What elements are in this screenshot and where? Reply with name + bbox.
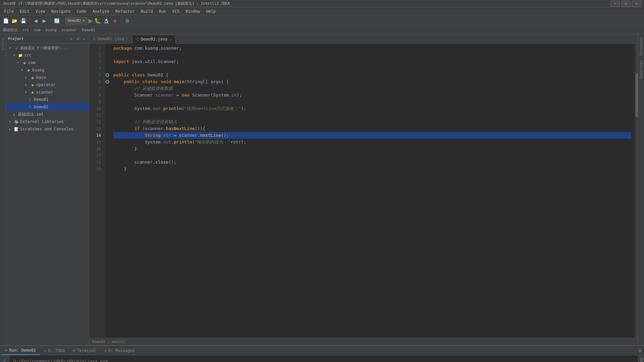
code-text xyxy=(158,78,161,85)
code-content[interactable]: package com.kuang.scanner; import java.u… xyxy=(111,44,634,338)
settings-button[interactable]: ⚙ xyxy=(123,17,131,24)
menu-navigate[interactable]: Navigate xyxy=(49,8,73,14)
code-text: = xyxy=(174,92,181,99)
tree-item-scanner[interactable]: ▼ ◉ scanner xyxy=(6,88,89,96)
bottom-tab-run[interactable]: ▶ Run: Demo02 xyxy=(1,346,40,355)
stop-button[interactable]: ■ xyxy=(111,17,118,24)
bottom-tab-messages[interactable]: ✉ 0: Messages xyxy=(100,346,139,355)
bottom-panel-tabs: ▶ Run: Demo02 ☑ 0: TODO ⊞ Terminal ✉ 0: … xyxy=(0,346,644,355)
menu-view[interactable]: View xyxy=(33,8,48,14)
operator-icon: ◉ xyxy=(30,82,35,87)
breadcrumb-src[interactable]: src xyxy=(22,28,29,32)
menu-file[interactable]: File xyxy=(1,8,16,14)
sidebar-gear-icon[interactable]: ⚙ xyxy=(69,36,74,42)
menu-code[interactable]: Code xyxy=(74,8,89,14)
maximize-button[interactable]: □ xyxy=(621,1,631,7)
menu-analyze[interactable]: Analyze xyxy=(90,8,112,14)
breadcrumb-demo02[interactable]: Demo02 xyxy=(82,28,95,32)
menu-edit[interactable]: Edit xyxy=(17,8,32,14)
code-text xyxy=(171,78,174,85)
ln-8: 8 xyxy=(91,92,104,99)
tree-item-demo01[interactable]: C Demo01 xyxy=(6,96,89,103)
tree-item-demo02[interactable]: C Demo02 xyxy=(6,103,89,111)
back-button[interactable]: ◀ xyxy=(32,17,39,24)
ln-19: 19 xyxy=(91,166,104,172)
tab-demo02-close[interactable]: ✕ xyxy=(169,38,171,41)
code-text: ( xyxy=(192,139,195,145)
bottom-tab-terminal[interactable]: ⊞ Terminal xyxy=(69,346,100,355)
code-text: (String[] args) { xyxy=(184,78,229,85)
run-side-event-log[interactable]: Event Log xyxy=(639,355,644,362)
menu-window[interactable]: Window xyxy=(183,8,203,14)
tree-item-operator[interactable]: ▶ ◉ operator xyxy=(6,81,89,88)
window-controls: ─ □ ✕ xyxy=(610,1,641,7)
tree-item-iml[interactable]: ✦ 基础语法.iml xyxy=(6,111,89,118)
tab-demo01[interactable]: C Demo01.java ✕ xyxy=(89,35,132,43)
debug-button[interactable]: 🐛 xyxy=(94,17,101,24)
tab-demo02[interactable]: C Demo02.java ✕ xyxy=(132,35,176,44)
terminal-tab-icon: ⊞ xyxy=(73,348,75,353)
breadcrumb-jichu[interactable]: 基础语法 xyxy=(3,27,17,33)
right-tab-structure[interactable]: Structure xyxy=(639,36,644,58)
code-line-13: if (scanner.hasNextLine()){ xyxy=(113,125,631,132)
tree-item-kuang[interactable]: ▼ ◉ kuang xyxy=(6,66,89,74)
code-text: . xyxy=(171,139,174,145)
code-indent-6 xyxy=(113,78,124,85)
save-all-button[interactable]: 💾 xyxy=(19,17,27,24)
run-with-coverage-button[interactable]: 🔬 xyxy=(102,17,110,24)
minimize-button[interactable]: ─ xyxy=(610,1,620,7)
forward-button[interactable]: ▶ xyxy=(41,17,48,24)
menu-vcs[interactable]: VCS xyxy=(170,8,182,14)
open-button[interactable]: 📂 xyxy=(11,17,18,24)
code-line-15: System.out.println("输出的内容为："+str); xyxy=(113,139,631,145)
tree-label-kuang: kuang xyxy=(32,68,44,72)
toolbar-separator-2 xyxy=(50,18,51,24)
menu-refactor[interactable]: Refactor xyxy=(113,8,138,14)
code-editor[interactable]: 1 2 3 4 5 6 7 8 9 10 11 12 13 14 15 16 1… xyxy=(89,44,638,338)
left-stripe: Project xyxy=(0,34,6,345)
close-button[interactable]: ✕ xyxy=(632,1,641,7)
run-output: D:\Environment\jdk8\jdk\bin\java.exe ...… xyxy=(9,355,638,362)
code-text: ); xyxy=(241,105,247,112)
tree-label-iml: 基础语法.iml xyxy=(18,112,44,117)
tree-item-base[interactable]: ▶ ◉ base xyxy=(6,74,89,81)
new-project-button[interactable]: 📄 xyxy=(2,17,9,24)
run-button[interactable]: ▶ xyxy=(88,17,93,24)
tree-item-extlibs[interactable]: ▶ 📚 External Libraries xyxy=(6,118,89,125)
todo-tab-icon: ☑ xyxy=(44,348,46,353)
tab-demo02-label: Demo02.java xyxy=(141,37,167,42)
tab-demo01-close[interactable]: ✕ xyxy=(126,37,128,41)
code-line-9 xyxy=(113,99,631,105)
breadcrumb-nav: 基础语法 › src › com › kuang › scanner › Dem… xyxy=(0,26,644,34)
sync-button[interactable]: 🔄 xyxy=(53,17,60,24)
editor-scrollbar[interactable] xyxy=(634,44,638,338)
bottom-panel-settings-icon[interactable]: ⚙ xyxy=(639,348,641,353)
tree-item-src[interactable]: ▼ 📁 src xyxy=(6,52,89,59)
messages-tab-icon: ✉ xyxy=(104,348,107,353)
sidebar-close-icon[interactable]: ✕ xyxy=(82,36,87,42)
breadcrumb-kuang[interactable]: kuang xyxy=(46,28,57,32)
sidebar-expand-icon[interactable]: ⊞ xyxy=(75,36,80,42)
tree-item-com[interactable]: ▼ ◉ com xyxy=(6,59,89,66)
project-tab-icon[interactable]: Project xyxy=(1,36,5,52)
code-text: System. xyxy=(113,139,163,145)
expand-extlibs-icon: ▶ xyxy=(7,119,13,124)
code-line-10: System.out.println("使用nextLine方式接收："); xyxy=(113,105,631,112)
expand-scratches-icon: ▶ xyxy=(7,126,13,132)
breadcrumb-scanner[interactable]: scanner xyxy=(61,28,77,32)
ln-6: 6 xyxy=(91,78,104,85)
tree-label-base: base xyxy=(36,75,46,80)
code-line-3: import java.util.Scanner; xyxy=(113,58,631,65)
line-numbers: 1 2 3 4 5 6 7 8 9 10 11 12 13 14 15 16 1… xyxy=(89,44,105,338)
menu-build[interactable]: Build xyxy=(138,8,156,14)
bottom-tab-todo[interactable]: ☑ 0: TODO xyxy=(40,346,69,355)
right-tab-favorites[interactable]: Favorites xyxy=(639,58,644,80)
menu-help[interactable]: Help xyxy=(204,8,219,14)
ln-7: 7 xyxy=(91,85,104,92)
tree-item-root[interactable]: ▼ ◈ 基础语法 F:\班级管理\... xyxy=(6,44,89,52)
run-config-dropdown[interactable]: Demo02 ▾ xyxy=(65,17,87,24)
breadcrumb-com[interactable]: com xyxy=(34,28,41,32)
tree-item-scratches[interactable]: ▶ 📝 Scratches and Consoles xyxy=(6,125,89,133)
menu-run[interactable]: Run xyxy=(156,8,169,14)
run-restart-button[interactable]: ↺ xyxy=(1,357,8,362)
